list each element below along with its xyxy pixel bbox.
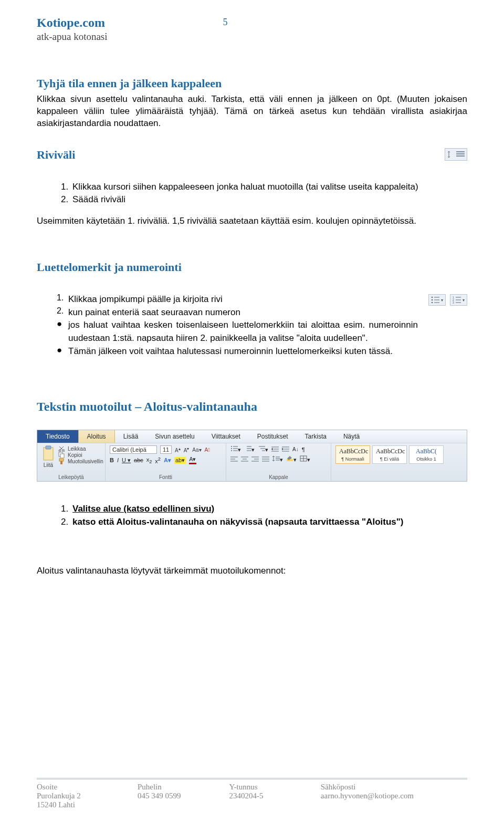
site-title: Kotiope.com	[37, 16, 108, 30]
svg-point-27	[231, 450, 232, 451]
list-item: Klikkaa kursori siihen kappaleeseen jonk…	[72, 182, 418, 192]
footer-value: 2340204-5	[229, 792, 320, 800]
font-name-dropdown[interactable]: Calibri (Leipä	[110, 445, 157, 454]
align-center-button[interactable]	[241, 456, 248, 463]
svg-rect-21	[59, 459, 64, 461]
list-luettelo: 1.Klikkaa jompikumpi päälle ja kirjoita …	[57, 293, 418, 358]
ribbon-tab-tarkista[interactable]: Tarkista	[297, 430, 335, 443]
multilevel-button[interactable]: ▾	[258, 445, 268, 453]
superscript-button[interactable]: x2	[155, 456, 161, 464]
word-ribbon: Tiedosto Aloitus Lisää Sivun asettelu Vi…	[37, 430, 467, 482]
list-item: kun painat enteriä saat seuraavan numero…	[68, 306, 418, 319]
group-label-font: Fontti	[110, 474, 222, 480]
footer-value: Purolankuja 2	[37, 792, 138, 800]
style-normal[interactable]: AaBbCcDc ¶ Normaali	[335, 445, 370, 464]
footer-value: 15240 Lahti	[37, 800, 138, 809]
align-right-button[interactable]	[251, 456, 259, 463]
ribbon-tab-lisaa[interactable]: Lisää	[115, 430, 147, 443]
footer-head: Y-tunnus	[229, 783, 320, 792]
strikethrough-button[interactable]: abc	[134, 457, 143, 463]
subscript-button[interactable]: x2	[146, 456, 152, 464]
borders-button[interactable]: ▾	[300, 455, 310, 463]
svg-rect-15	[44, 448, 53, 460]
page-number: 5	[223, 17, 228, 28]
ribbon-tabs: Tiedosto Aloitus Lisää Sivun asettelu Vi…	[37, 430, 467, 443]
decrease-indent-button[interactable]	[271, 446, 279, 453]
body-tekstin-after: Aloitus valintanauhasta löytyvät tärkeim…	[37, 566, 467, 576]
highlight-icon[interactable]: ab▾	[174, 457, 186, 464]
font-size-dropdown[interactable]: 11	[160, 445, 172, 454]
heading-tekstin: Tekstin muotoilut – Aloitus-valintanauha	[37, 400, 467, 414]
clear-formatting-icon[interactable]: A⃠	[205, 447, 210, 453]
heading-luettelo: Luettelomerkit ja numerointi	[37, 261, 467, 274]
align-left-button[interactable]	[230, 456, 238, 463]
shading-button[interactable]: ▾	[286, 455, 297, 463]
copy-label: Kopioi	[68, 452, 82, 458]
list-item: Tämän jälkeen voit vaihtaa halutessasi n…	[68, 345, 418, 358]
list-rivivali: 1.Klikkaa kursori siihen kappaleeseen jo…	[57, 181, 467, 206]
list-tekstin: 1.Valitse alue (katso edellinen sivu) 2.…	[57, 503, 467, 528]
footer-head: Sähköposti	[321, 783, 467, 792]
line-spacing-icon	[445, 148, 467, 161]
style-no-spacing[interactable]: AaBbCcDc ¶ Ei väliä	[372, 445, 407, 464]
heading-tyhja: Tyhjä tila ennen ja jälkeen kappaleen	[37, 77, 467, 90]
ribbon-tab-viittaukset[interactable]: Viittaukset	[203, 430, 249, 443]
list-item: katso että Aloitus-valintanauha on näkyv…	[72, 517, 404, 527]
cut-icon[interactable]	[58, 445, 65, 452]
numbering-icon: 1 2 3 ▾	[450, 294, 467, 306]
svg-rect-16	[46, 446, 51, 449]
body-tyhja: Klikkaa sivun asettelu valintanauha auki…	[37, 93, 467, 130]
svg-point-7	[432, 302, 433, 304]
svg-rect-20	[60, 454, 64, 458]
page-header: Kotiope.com atk-apua kotonasi 5	[37, 16, 467, 43]
font-color-icon[interactable]: A▾	[189, 456, 196, 464]
style-heading1[interactable]: AaBbC( Otsikko 1	[409, 445, 444, 464]
ribbon-tab-nayta[interactable]: Näytä	[335, 430, 368, 443]
ribbon-tab-postitukset[interactable]: Postitukset	[249, 430, 297, 443]
site-subtitle: atk-apua kotonasi	[37, 31, 108, 43]
list-item: Valitse alue (katso edellinen sivu)	[72, 504, 214, 514]
paste-icon[interactable]	[41, 445, 55, 461]
show-marks-button[interactable]: ¶	[302, 446, 305, 453]
list-item: Klikkaa jompikumpi päälle ja kirjoita ri…	[68, 293, 418, 306]
list-marker: ●	[57, 319, 68, 329]
list-marker: 1.	[57, 293, 68, 303]
group-label-paragraph: Kappale	[230, 474, 327, 480]
paste-label: Liitä	[41, 462, 55, 468]
body-rivivali-after: Useimmiten käytetään 1. riviväliä. 1,5 r…	[37, 216, 467, 226]
bullets-button[interactable]: ▾	[230, 445, 241, 453]
bold-button[interactable]: B	[110, 457, 114, 463]
underline-button[interactable]: U ▾	[122, 457, 131, 464]
copy-icon[interactable]	[58, 452, 65, 458]
svg-text:3: 3	[453, 301, 454, 304]
shrink-font-icon[interactable]: A▾	[184, 446, 190, 453]
ribbon-tab-sivun-asettelu[interactable]: Sivun asettelu	[146, 430, 203, 443]
sort-button[interactable]: A↓	[292, 446, 299, 452]
increase-indent-button[interactable]	[282, 446, 289, 453]
list-marker: 2.	[57, 306, 68, 316]
list-item: jos haluat vaihtaa kesken toisenlaiseen …	[68, 319, 418, 345]
footer-value: aarno.hyvonen@kotiope.com	[321, 792, 467, 800]
svg-rect-22	[60, 461, 62, 464]
svg-point-25	[231, 448, 232, 449]
justify-button[interactable]	[262, 456, 269, 463]
cut-label: Leikkaa	[68, 446, 86, 452]
list-item: Säädä riviväli	[72, 194, 125, 204]
footer-rule	[37, 778, 467, 779]
line-spacing-button[interactable]: ▾	[272, 455, 283, 463]
svg-point-3	[432, 297, 433, 298]
ribbon-tab-tiedosto[interactable]: Tiedosto	[37, 430, 78, 443]
italic-button[interactable]: I	[117, 457, 119, 463]
heading-rivivali: Riviväli	[37, 148, 75, 162]
bullets-icon: ▾	[428, 294, 446, 306]
text-effects-icon[interactable]: A▾	[164, 457, 171, 464]
footer-head: Osoite	[37, 783, 138, 792]
numbering-button[interactable]: ▾	[244, 445, 255, 453]
page-footer: Osoite Purolankuja 2 15240 Lahti Puhelin…	[37, 778, 467, 809]
change-case-icon[interactable]: Aa▾	[192, 447, 201, 453]
group-label-clipboard: Leikepöytä	[41, 474, 101, 480]
format-painter-icon[interactable]	[58, 458, 65, 464]
format-painter-label: Muotoilusivellin	[68, 459, 103, 464]
grow-font-icon[interactable]: A▴	[175, 446, 181, 453]
ribbon-tab-aloitus[interactable]: Aloitus	[78, 430, 115, 443]
